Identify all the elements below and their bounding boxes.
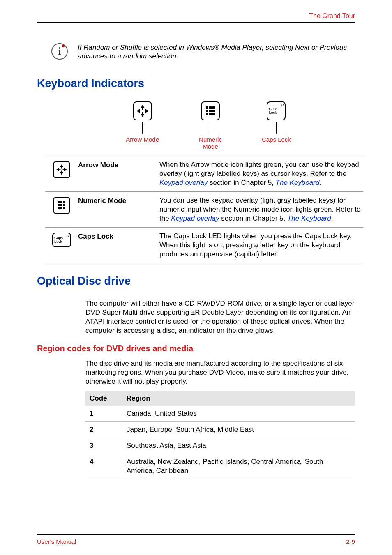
indicator-name: Numeric Mode <box>78 196 159 205</box>
table-row: 1Canada, United States <box>85 406 355 422</box>
svg-marker-11 <box>60 172 62 174</box>
region-cell: Southeast Asia, East Asia <box>122 438 355 454</box>
keyboard-indicators-heading: Keyboard Indicators <box>37 77 355 90</box>
table-row: 3Southeast Asia, East Asia <box>85 438 355 454</box>
note-text: If Random or Shuffle is selected in Wind… <box>78 43 355 61</box>
arrow-mode-label: Arrow Mode <box>126 136 159 143</box>
svg-marker-1 <box>141 106 144 108</box>
table-header-row: Code Region <box>85 391 355 406</box>
code-cell: 1 <box>85 406 122 422</box>
info-icon: i <box>51 43 68 60</box>
numeric-mode-icon <box>201 101 220 120</box>
arrow-mode-col: Arrow Mode <box>126 101 159 150</box>
svg-marker-13 <box>57 168 59 170</box>
region-table: Code Region 1Canada, United States 2Japa… <box>85 391 355 479</box>
arrow-mode-icon <box>53 161 70 178</box>
caps-lock-icon: Caps Lock <box>267 101 286 120</box>
svg-marker-3 <box>141 114 144 116</box>
code-cell: 4 <box>85 454 122 479</box>
svg-marker-15 <box>65 168 66 170</box>
the-keyboard-link[interactable]: The Keyboard <box>287 214 331 222</box>
numeric-mode-icon <box>53 197 70 214</box>
caps-lock-col: Caps Lock Caps Lock <box>262 101 291 150</box>
region-codes-para: The disc drive and its media are manufac… <box>37 359 355 386</box>
footer: User's Manual 2-9 <box>37 534 355 545</box>
footer-left: User's Manual <box>37 538 76 545</box>
indicator-diagram: Arrow Mode Numeric Mode Caps Lock Caps L… <box>62 101 355 150</box>
keypad-overlay-link[interactable]: Keypad overlay <box>171 214 219 222</box>
indicator-name: Caps Lock <box>78 232 159 241</box>
table-row: Caps Lock Caps Lock The Caps Lock LED li… <box>45 227 363 263</box>
table-row: Numeric Mode You can use the keypad over… <box>45 191 363 227</box>
region-cell: Canada, United States <box>122 406 355 422</box>
indicator-desc: When the Arrow mode icon lights green, y… <box>159 160 363 187</box>
arrow-mode-icon <box>133 101 152 120</box>
numeric-mode-col: Numeric Mode <box>192 101 229 150</box>
table-row: 4Australia, New Zealand, Pacific Islands… <box>85 454 355 479</box>
optical-disc-heading: Optical Disc drive <box>37 275 355 288</box>
region-codes-heading: Region codes for DVD drives and media <box>37 344 355 353</box>
keypad-overlay-link[interactable]: Keypad overlay <box>159 179 208 187</box>
region-cell: Japan, Europe, South Africa, Middle East <box>122 421 355 438</box>
code-cell: 3 <box>85 438 122 454</box>
caps-lock-icon: Caps Lock <box>52 233 71 247</box>
region-header: Region <box>122 391 355 406</box>
optical-disc-para: The computer will either have a CD-RW/DV… <box>37 299 355 335</box>
indicator-desc: The Caps Lock LED lights when you press … <box>159 232 363 259</box>
table-row: Arrow Mode When the Arrow mode icon ligh… <box>45 156 363 191</box>
top-rule <box>37 22 355 23</box>
the-keyboard-link[interactable]: The Keyboard <box>276 179 320 187</box>
indicator-desc: You can use the keypad overlay (light gr… <box>159 196 363 223</box>
numeric-mode-label: Numeric Mode <box>192 136 229 150</box>
region-table-wrap: Code Region 1Canada, United States 2Japa… <box>37 391 355 479</box>
code-cell: 2 <box>85 421 122 438</box>
footer-right: 2-9 <box>346 538 355 545</box>
svg-marker-9 <box>60 165 62 166</box>
indicator-table: Arrow Mode When the Arrow mode icon ligh… <box>45 156 363 264</box>
indicator-name: Arrow Mode <box>78 160 159 169</box>
svg-marker-7 <box>146 110 148 112</box>
table-row: 2Japan, Europe, South Africa, Middle Eas… <box>85 421 355 438</box>
caps-lock-label: Caps Lock <box>262 136 291 143</box>
page-header: The Grand Tour <box>37 12 355 22</box>
code-header: Code <box>85 391 122 406</box>
region-cell: Australia, New Zealand, Pacific Islands,… <box>122 454 355 479</box>
svg-marker-5 <box>137 110 139 112</box>
note-block: i If Random or Shuffle is selected in Wi… <box>51 43 355 61</box>
